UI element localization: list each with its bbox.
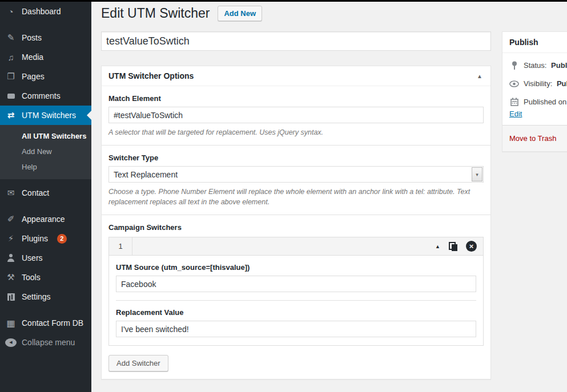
sidebar-item-label: Pages <box>22 72 45 81</box>
sidebar-item-label: Contact <box>22 188 49 197</box>
eye-icon <box>509 80 519 87</box>
utm-source-row: UTM Source (utm_source=[thisvalue]) <box>116 256 476 301</box>
add-new-button[interactable]: Add New <box>218 6 262 21</box>
page-title: Edit UTM Switcher <box>101 6 210 22</box>
comment-bubble-icon <box>5 94 17 99</box>
match-element-label: Match Element <box>108 94 484 103</box>
editor-column: UTM Switcher Options ▲ Match Element A s… <box>101 31 491 379</box>
collapse-menu-button[interactable]: Collapse menu <box>0 333 91 352</box>
publish-box-body: Status: Published Visibility: Public Pub… <box>502 53 567 125</box>
sidebar-item-label: Comments <box>22 91 61 100</box>
utm-switchers-submenu: All UTM Switchers Add New Help <box>0 125 91 179</box>
publish-box-title: Publish <box>502 32 567 53</box>
status-row: Status: Published <box>509 61 567 70</box>
settings-icon <box>5 293 17 301</box>
move-to-trash-link[interactable]: Move to Trash <box>509 134 556 143</box>
utm-switcher-options-box: UTM Switcher Options ▲ Match Element A s… <box>101 66 491 379</box>
sidebar-item-comments[interactable]: Comments <box>0 86 91 106</box>
sidebar-item-label: Tools <box>22 273 41 282</box>
collapse-group-icon[interactable]: ▲ <box>435 244 440 249</box>
status-label: Status: <box>524 61 549 70</box>
sidebar-item-plugins[interactable]: Plugins 2 <box>0 229 91 248</box>
edit-publish-date-link[interactable]: Edit <box>509 110 522 118</box>
sidebar-item-media[interactable]: Media <box>0 47 91 67</box>
user-icon <box>5 254 17 262</box>
publish-box-footer: Move to Trash <box>502 125 567 151</box>
switcher-type-row: Switcher Type Text Replacement ▾ Choose … <box>102 146 490 215</box>
group-header[interactable]: 1 ▲ × <box>109 237 483 256</box>
switcher-type-help: Choose a type. Phone Number Element will… <box>108 187 484 207</box>
post-title-input[interactable] <box>101 31 491 51</box>
replacement-value-row: Replacement Value <box>116 301 476 345</box>
database-icon <box>5 318 17 329</box>
sidebar-item-label: Settings <box>22 292 51 301</box>
calendar-icon <box>509 98 519 106</box>
published-on-text: Published on <box>524 98 566 106</box>
replacement-value-input[interactable] <box>116 321 476 337</box>
pushpin-icon <box>5 33 17 43</box>
visibility-row: Visibility: Public <box>509 79 567 88</box>
sidebar-item-appearance[interactable]: Appearance <box>0 209 91 229</box>
sidebar-item-dashboard[interactable]: Dashboard <box>0 2 91 21</box>
sidebar-item-label: Contact Form DB <box>22 318 83 328</box>
submenu-item-add-new[interactable]: Add New <box>0 144 91 159</box>
campaign-switcher-group: 1 ▲ × UTM Source (utm_source=[thisvalue]… <box>108 237 484 346</box>
menu-separator <box>0 21 91 28</box>
sidebar-item-label: Media <box>22 52 43 62</box>
duplicate-group-icon[interactable] <box>449 242 457 251</box>
campaign-switchers-label: Campaign Switchers <box>108 223 484 232</box>
sidebar-item-pages[interactable]: Pages <box>0 67 91 86</box>
shuffle-icon <box>5 110 17 120</box>
sidebar-item-label: Plugins <box>22 234 48 243</box>
collapse-panel-icon[interactable]: ▲ <box>476 73 484 79</box>
plugin-icon <box>5 233 17 244</box>
collapse-menu-label: Collapse menu <box>22 338 75 347</box>
match-element-help: A selector that will be targeted for rep… <box>108 127 484 138</box>
status-text: Status: Published <box>524 61 567 70</box>
switcher-type-selected-value: Text Replacement <box>114 170 178 179</box>
dashboard-icon <box>5 7 17 17</box>
match-element-input[interactable] <box>108 107 484 123</box>
post-status-pin-icon <box>509 61 519 70</box>
group-body: UTM Source (utm_source=[thisvalue]) Repl… <box>109 256 483 345</box>
admin-bar-remnant <box>0 0 567 2</box>
menu-separator <box>0 306 91 313</box>
envelope-icon <box>5 188 17 198</box>
sidebar-item-label: Appearance <box>22 215 65 224</box>
submenu-item-help[interactable]: Help <box>0 159 91 175</box>
sidebar-item-tools[interactable]: Tools <box>0 268 91 287</box>
group-index: 1 <box>109 237 132 255</box>
postbox-header: UTM Switcher Options ▲ <box>102 66 490 86</box>
sidebar-item-settings[interactable]: Settings <box>0 287 91 306</box>
chevron-down-icon: ▾ <box>472 167 482 181</box>
match-element-row: Match Element A selector that will be ta… <box>102 86 490 146</box>
submenu-item-all-utm-switchers[interactable]: All UTM Switchers <box>0 128 91 144</box>
sidebar-item-label: Dashboard <box>22 7 61 16</box>
sidebar-item-label: Posts <box>22 33 42 42</box>
group-tools: ▲ × <box>435 241 483 252</box>
sidebar-item-utm-switchers[interactable]: UTM Switchers <box>0 106 91 125</box>
publish-box: Publish Status: Published Visibility: Pu… <box>502 31 567 152</box>
menu-separator <box>0 203 91 209</box>
brush-icon <box>5 214 17 224</box>
add-switcher-button[interactable]: Add Switcher <box>108 355 168 371</box>
utm-source-input[interactable] <box>116 276 476 292</box>
sidebar-item-contact[interactable]: Contact <box>0 183 91 203</box>
menu-separator <box>0 179 91 183</box>
remove-group-icon[interactable]: × <box>466 241 477 252</box>
tools-icon <box>5 272 17 282</box>
visibility-value: Public <box>557 79 567 88</box>
sidebar-item-label: Users <box>22 253 43 262</box>
status-value: Published <box>551 61 567 70</box>
sidebar-item-contact-form-db[interactable]: Contact Form DB <box>0 313 91 333</box>
sidebar-item-posts[interactable]: Posts <box>0 28 91 47</box>
campaign-switchers-row: Campaign Switchers 1 ▲ × UTM Source (utm… <box>102 215 490 379</box>
sidebar-item-label: UTM Switchers <box>22 111 76 120</box>
sidebar-item-users[interactable]: Users <box>0 248 91 268</box>
switcher-type-select[interactable]: Text Replacement ▾ <box>108 166 484 183</box>
collapse-icon <box>5 338 17 347</box>
postbox-title: UTM Switcher Options <box>108 71 194 80</box>
utm-source-label: UTM Source (utm_source=[thisvalue]) <box>116 263 476 272</box>
replacement-value-label: Replacement Value <box>116 308 476 317</box>
pages-icon <box>5 71 17 82</box>
